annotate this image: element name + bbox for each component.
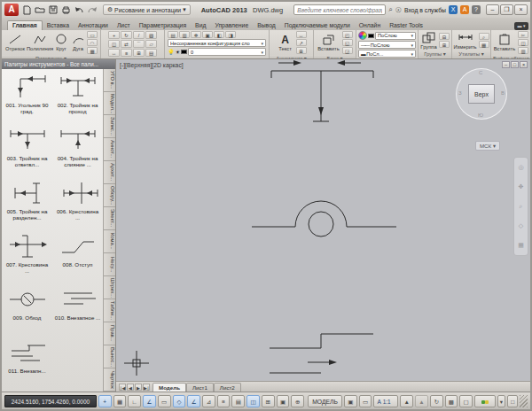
undo-button[interactable] [74,4,85,15]
viewcube[interactable]: С В Ю З Верх [456,68,507,120]
tab-upravlenie[interactable]: Управление [210,21,253,30]
layer-isolate-icon[interactable]: ◧ [214,31,224,38]
ungroup-icon[interactable]: ⊟ [439,33,450,40]
panel-label-draw[interactable]: Рисование ▾ [2,55,100,58]
table-icon[interactable]: ⊞ [296,47,307,54]
help-icon[interactable]: ? [472,5,481,14]
palette-tab-nesu[interactable]: Несу... [104,253,115,276]
viewcube-top-face[interactable]: Верх [468,84,495,104]
explode-icon[interactable]: ▱ [145,40,157,48]
linetype-combo[interactable]: —— ПоСлою ▾ [358,41,416,49]
toolbar-lock-icon[interactable]: ▩ [445,395,458,407]
arc-button[interactable]: Дуга [71,34,85,51]
palette-title[interactable]: Палитры инструментов - Все пали... [2,59,115,69]
tab-raster-tools[interactable]: Raster Tools [385,21,427,30]
snap-toggle[interactable]: + [98,395,112,407]
layer-freeze-icon[interactable]: ❄ [191,31,201,38]
model-space-button[interactable]: МОДЕЛЬ [308,395,342,407]
line-button[interactable]: Отрезок [4,34,27,51]
otrack-toggle[interactable]: ∠ [187,395,200,407]
circle-button[interactable]: Круг [53,34,69,51]
transparency-toggle[interactable]: ◫ [246,395,260,407]
layer-match-icon[interactable]: ◨ [225,31,236,38]
doc-restore-button[interactable]: □ [511,61,519,68]
search-icon[interactable]: ⌕ [388,5,392,14]
edit-block-icon[interactable]: ◱ [342,39,353,46]
palette-item-cross-1[interactable]: 006. Крестовина ... [52,177,103,230]
viewcube-ucs-menu[interactable]: МСК ▾ [475,141,500,151]
layer-off-icon[interactable]: ▥ [179,31,190,38]
quickcalc-icon[interactable]: ⌕ [479,33,489,40]
palette-item-offset[interactable]: 008. Отступ [52,230,103,283]
palette-item-cross-2[interactable]: 007. Крестовина ... [2,230,52,283]
autodesk360-icon[interactable]: A [460,5,469,14]
steering-wheel-icon[interactable]: ◎ [518,164,523,171]
panel-label-groups[interactable]: Группы ▾ [419,50,451,58]
exchange-icon[interactable]: X [449,5,458,14]
ducs-toggle[interactable]: ⊿ [202,395,215,407]
palette-tab-oboru[interactable]: Обору... [104,184,115,207]
sun-icon[interactable]: ☀ [176,49,180,55]
selection-cycling-toggle[interactable]: ▣ [277,395,290,407]
minimize-button[interactable]: – [486,4,499,15]
status-menu-icon[interactable]: ▾ [497,395,506,407]
palette-tab-koma[interactable]: Кома... [104,230,115,253]
workspace-switch-icon[interactable]: ↻ [430,395,443,407]
redo-button[interactable] [87,4,98,15]
panel-label-modify[interactable]: Редактирование ▾ [101,58,164,58]
rectangle-icon[interactable]: ▭ [87,31,98,38]
palette-tab-model[interactable]: Модел... [104,92,115,115]
ribbon-minimize-icon[interactable]: ▬ ▾ [514,22,528,30]
isolate-objects-icon[interactable]: ▢ [459,395,473,407]
layer-properties-icon[interactable]: ▤ [168,31,178,38]
palette-item-tee-split[interactable]: 005. Тройник на разделен... [2,177,52,230]
zoom-icon[interactable]: ⌕ [520,203,523,210]
restore-button[interactable]: ❐ [500,4,513,15]
signin-link[interactable]: Вход в службы [404,7,446,13]
tab-vyvod[interactable]: Вывод [253,21,280,30]
palette-tab-tabli[interactable]: Табли... [104,299,115,322]
trim-icon[interactable]: / [133,31,145,39]
offset-icon[interactable]: ▤ [145,49,157,57]
palette-tab-chertezh[interactable]: Чертеж [104,368,115,392]
osnap3d-toggle[interactable]: ◇ [173,395,186,407]
showmotion-icon[interactable]: ▦ [518,242,524,249]
group-button[interactable]: Группа [420,32,437,50]
drawing-canvas[interactable]: [-][Верхняя][2D каркас] – □ × С В Ю З Ве… [116,59,530,392]
group-edit-icon[interactable]: ⊞ [439,41,450,48]
grid-toggle[interactable]: ▦ [113,395,127,407]
pan-icon[interactable]: ✥ [519,183,524,190]
next-layout-icon[interactable]: ▶ [135,384,142,391]
palette-item-sudden-2[interactable]: 011. Внезапн... [2,337,52,390]
plot-button[interactable] [60,4,72,15]
copy-icon[interactable]: ◫ [108,40,120,48]
ortho-toggle[interactable]: ∟ [128,395,141,407]
fillet-icon[interactable]: ⌒ [133,40,145,48]
dyn-input-toggle[interactable]: ≡ [217,395,231,407]
polyline-button[interactable]: Полилиния [28,34,51,51]
palette-item-tee-merge[interactable]: 004. Тройник на слияние ... [52,124,103,177]
palette-item-bypass[interactable]: 009. Обход [2,283,52,337]
palette-item-elbow90[interactable]: 001. Угольник 90 град. [2,71,52,124]
tab-annotacii[interactable]: Аннотации [74,21,113,30]
save-button[interactable] [47,4,59,15]
first-layout-icon[interactable]: ∣◀ [119,384,126,391]
autoscale-icon[interactable]: ▲ [415,395,428,407]
palette-tab-zapis[interactable]: Запис... [104,115,115,138]
scale-icon[interactable]: ≡ [121,49,132,57]
palette-tab-shtrih[interactable]: Штрих... [104,276,115,299]
tab-vstavka[interactable]: Вставка [43,21,74,30]
viewcube-east[interactable]: В [501,90,505,96]
annotation-scale-button[interactable]: А 1:1 ▾ [373,395,398,407]
paste-button[interactable]: Вставить [493,34,516,51]
layout-tab-list1[interactable]: Лист1 [186,383,214,392]
lineweight-combo[interactable]: ▬ ПоСл... ▾ [358,50,416,58]
layer-config-combo[interactable]: Несохраненная конфигурация сло ▾ [168,39,266,47]
palette-item-tee-pass[interactable]: 002. Тройник на проход [52,71,103,124]
color-wheel-icon[interactable] [358,31,367,40]
layer-lock-icon[interactable]: ▣ [202,31,213,38]
palette-item-tee-branch[interactable]: 003. Тройник на ответвл... [2,124,52,177]
array-icon[interactable]: ⊞ [133,49,145,57]
tab-online[interactable]: Онлайн [355,21,385,30]
search-input[interactable] [293,4,386,15]
